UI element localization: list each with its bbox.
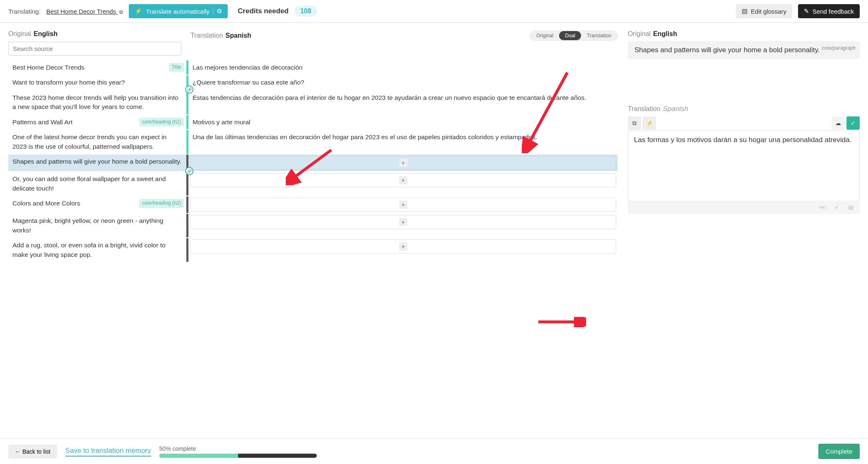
add-translation-button[interactable]: + xyxy=(399,176,407,184)
segment-source[interactable]: Or, you can add some floral wallpaper fo… xyxy=(8,172,186,196)
segment-target[interactable]: Una de las últimas tendencias en decorac… xyxy=(188,130,618,154)
segment-row[interactable]: Or, you can add some floral wallpaper fo… xyxy=(8,172,618,196)
external-link-icon: ⧉ xyxy=(119,9,123,15)
credits-badge: 108 xyxy=(294,6,317,17)
editor-footer: ABC ✓ ▤ xyxy=(628,201,860,214)
translation-text: Las formas y los motivos darán a su hoga… xyxy=(634,136,851,144)
search-input[interactable] xyxy=(8,42,181,56)
editor-translation-label: Translation xyxy=(628,105,661,113)
segment-type-badge: Title xyxy=(169,63,184,72)
button-divider xyxy=(213,7,213,15)
segment-source[interactable]: Add a rug, stool, or even sofa in a brig… xyxy=(8,238,186,262)
add-translation-button[interactable]: + xyxy=(399,242,407,251)
pencil-icon: ✎ xyxy=(804,7,809,15)
segment-source[interactable]: One of the latest home decor trends you … xyxy=(8,130,186,154)
add-translation-button[interactable]: + xyxy=(399,218,407,226)
translating-label: Translating: xyxy=(8,8,41,15)
editor-translation-lang: Spanish xyxy=(663,105,688,113)
app-header: Translating: Best Home Decor Trends ⧉ ⚡ … xyxy=(0,0,868,23)
segment-type-badge: core/heading (h2) xyxy=(139,199,184,208)
segment-target[interactable]: ¿Quiere transformar su casa este año? xyxy=(188,75,618,89)
credits-needed-label: Credits needed xyxy=(238,7,289,15)
segment-row[interactable]: Magenta pink, bright yellow, or neon gre… xyxy=(8,214,618,237)
page-title: Best Home Decor Trends xyxy=(46,8,116,15)
segments-column: Original English Translation Spanish Ori… xyxy=(8,30,618,263)
segment-row[interactable]: One of the latest home decor trends you … xyxy=(8,130,618,154)
add-translation-button[interactable]: + xyxy=(399,159,407,167)
segment-source[interactable]: Patterns and Wall Artcore/heading (h2) xyxy=(8,115,186,129)
empty-target-box[interactable]: + xyxy=(190,156,616,170)
original-lang: English xyxy=(34,30,58,38)
auto-translate-button[interactable]: ⚡ xyxy=(643,116,656,130)
view-translation-tab[interactable]: Translation xyxy=(581,31,617,40)
glossary-inline-icon[interactable]: ▤ xyxy=(846,203,856,211)
segment-target[interactable]: Estas tendencias de decoración para el i… xyxy=(188,91,618,114)
send-feedback-label: Send feedback xyxy=(813,8,854,15)
original-text-box: Shapes and patterns will give your home … xyxy=(628,41,860,59)
editor-original-lang: English xyxy=(653,30,677,38)
cloud-button[interactable]: ☁ xyxy=(832,116,845,130)
send-feedback-button[interactable]: ✎ Send feedback xyxy=(798,4,860,18)
link-icon[interactable]: 🔗 xyxy=(185,85,193,94)
empty-target-box[interactable]: + xyxy=(190,173,616,187)
edit-glossary-label: Edit glossary xyxy=(751,8,786,15)
segment-row[interactable]: Colors and More Colorscore/heading (h2)+ xyxy=(8,196,618,213)
editor-original-label: Original xyxy=(628,30,651,38)
translation-label: Translation xyxy=(190,32,223,39)
editor-original-header: Original English xyxy=(628,30,860,38)
segment-row[interactable]: Want to transform your home this year?¿Q… xyxy=(8,75,618,89)
segment-target[interactable]: + xyxy=(188,196,618,213)
add-translation-button[interactable]: + xyxy=(399,201,407,209)
segment-source[interactable]: Colors and More Colorscore/heading (h2) xyxy=(8,196,186,213)
view-toggle: Original Dual Translation xyxy=(530,30,618,41)
translation-column-header: Translation Spanish Original Dual Transl… xyxy=(190,30,618,41)
segment-type-badge: core/heading (h2) xyxy=(139,118,184,126)
original-column-header: Original English xyxy=(8,30,190,38)
segment-target[interactable]: + xyxy=(188,172,618,196)
segment-row[interactable]: Shapes and patterns will give your home … xyxy=(8,155,618,171)
editor-translation-header: Translation Spanish xyxy=(628,105,860,113)
segment-target[interactable]: + xyxy=(188,155,618,171)
empty-target-box[interactable]: + xyxy=(190,198,616,212)
translation-editor[interactable]: Las formas y los motivos darán a su hoga… xyxy=(628,130,860,201)
segment-row[interactable]: Add a rug, stool, or even sofa in a brig… xyxy=(8,238,618,262)
glossary-icon: ▤ xyxy=(742,7,747,15)
original-text: Shapes and patterns will give your home … xyxy=(634,46,820,54)
segment-target[interactable]: + xyxy=(188,238,618,262)
segment-target[interactable]: Las mejores tendencias de decoración xyxy=(188,60,618,75)
translation-lang: Spanish xyxy=(226,32,251,39)
segment-source[interactable]: Best Home Decor TrendsTitle xyxy=(8,60,186,75)
original-type-badge: core/paragraph xyxy=(822,45,856,51)
segment-row[interactable]: Best Home Decor TrendsTitleLas mejores t… xyxy=(8,60,618,75)
segment-source[interactable]: Want to transform your home this year? xyxy=(8,75,186,89)
editor-panel: Original English Shapes and patterns wil… xyxy=(628,30,860,263)
page-title-link[interactable]: Best Home Decor Trends ⧉ xyxy=(46,8,123,15)
view-original-tab[interactable]: Original xyxy=(530,31,559,40)
empty-target-box[interactable]: + xyxy=(190,239,616,254)
segment-source[interactable]: Magenta pink, bright yellow, or neon gre… xyxy=(8,214,186,237)
segment-source[interactable]: These 2023 home decor trends will help y… xyxy=(8,91,186,114)
segment-row[interactable]: Patterns and Wall Artcore/heading (h2)Mo… xyxy=(8,115,618,129)
translate-automatically-button[interactable]: ⚡ Translate automatically ⚙ xyxy=(129,4,228,18)
main-layout: Original English Translation Spanish Ori… xyxy=(0,23,868,263)
empty-target-box[interactable]: + xyxy=(190,215,616,229)
translate-auto-label: Translate automatically xyxy=(146,8,210,15)
check-icon[interactable]: ✓ xyxy=(832,203,841,211)
copy-source-button[interactable]: ⧉ xyxy=(628,116,641,130)
link-icon[interactable]: 🔗 xyxy=(185,167,193,175)
segment-row[interactable]: These 2023 home decor trends will help y… xyxy=(8,91,618,114)
original-label: Original xyxy=(8,30,31,38)
translation-toolbar: ⧉ ⚡ ☁ ✓ xyxy=(628,116,860,130)
segment-target[interactable]: + xyxy=(188,214,618,237)
gear-icon[interactable]: ⚙ xyxy=(217,7,222,15)
view-dual-tab[interactable]: Dual xyxy=(559,31,581,40)
confirm-button[interactable]: ✓ xyxy=(846,116,860,130)
segment-target[interactable]: Motivos y arte mural xyxy=(188,115,618,129)
spellcheck-icon[interactable]: ABC xyxy=(817,203,827,211)
edit-glossary-button[interactable]: ▤ Edit glossary xyxy=(736,4,792,18)
bolt-icon: ⚡ xyxy=(135,7,142,15)
segment-source[interactable]: Shapes and patterns will give your home … xyxy=(8,155,186,171)
segments-list: Best Home Decor TrendsTitleLas mejores t… xyxy=(8,60,618,262)
